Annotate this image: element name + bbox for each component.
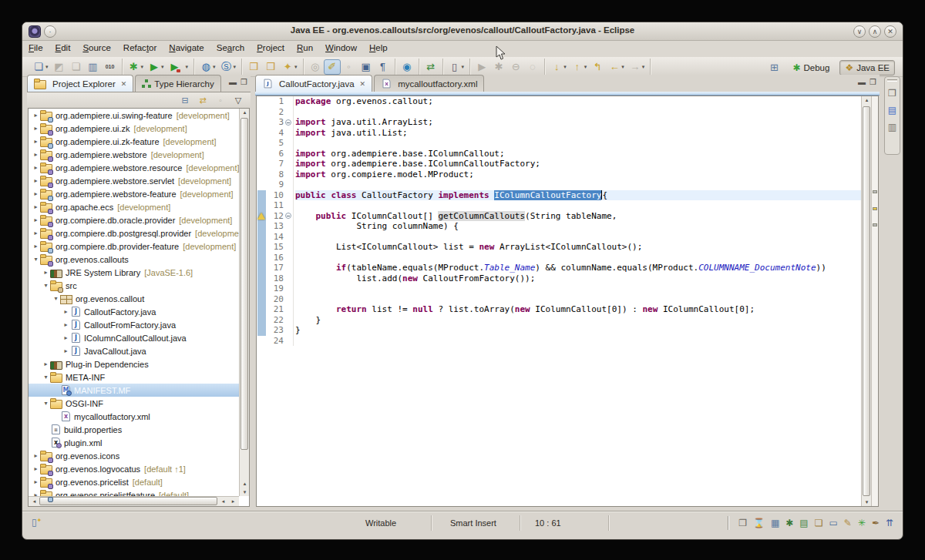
scroll-up-icon[interactable]: ▴	[240, 109, 250, 116]
tree-item-org-evenos-logvocatus[interactable]: ▸org.evenos.logvocatus[default ↑1]	[29, 462, 239, 475]
collapsed-arrow-icon[interactable]: ▸	[32, 190, 40, 197]
dropdown-arrow-icon[interactable]: ▾	[621, 64, 624, 70]
folding-column[interactable]	[284, 232, 294, 243]
folding-column[interactable]	[284, 336, 294, 347]
folding-column[interactable]	[284, 211, 294, 222]
collapsed-arrow-icon[interactable]: ▸	[62, 321, 70, 328]
collapsed-arrow-icon[interactable]: ▸	[32, 112, 40, 119]
tree-vertical-scrollbar[interactable]: ▴ ▴ ▾	[239, 109, 249, 496]
code-line-24[interactable]: 24	[267, 336, 861, 347]
code-line-6[interactable]: 6import org.adempiere.base.IColumnCallou…	[267, 149, 861, 159]
collapsed-arrow-icon[interactable]: ▸	[32, 203, 40, 210]
view-menu-button[interactable]: ▽	[232, 96, 244, 106]
restore-trim-icon[interactable]: ❐	[738, 515, 747, 531]
collapse-all-button[interactable]: ⊟	[179, 96, 191, 106]
code-line-23[interactable]: 23}	[267, 325, 861, 336]
open-perspective-button[interactable]: ⊞	[765, 60, 782, 75]
folding-column[interactable]	[284, 242, 294, 253]
new-wizard-button[interactable]: ❏▾	[30, 59, 51, 75]
code-line-15[interactable]: 15 List<IColumnCallout> list = new Array…	[267, 242, 861, 253]
collapsed-arrow-icon[interactable]: ▸	[32, 177, 40, 184]
dropdown-arrow-icon[interactable]: ▾	[584, 64, 587, 70]
tree-item-org-apache-ecs[interactable]: ▸org.apache.ecs[development]	[29, 200, 239, 213]
java-editor[interactable]: 1package org.evenos.callout;23import jav…	[256, 96, 879, 507]
folding-column[interactable]	[284, 149, 294, 159]
occurrence-overview-marker[interactable]	[873, 223, 877, 226]
dropdown-arrow-icon[interactable]: ▾	[294, 64, 298, 70]
minimize-editor-icon[interactable]: ▬	[858, 78, 866, 86]
collapsed-arrow-icon[interactable]: ▸	[32, 243, 40, 250]
scroll-right-icon[interactable]: ▸	[228, 498, 238, 505]
expanded-arrow-icon[interactable]: ▾	[42, 400, 50, 407]
arrows-up-icon[interactable]: ⇈	[886, 515, 893, 531]
filters-button[interactable]: ◦	[214, 96, 227, 105]
maximize-button[interactable]: ∧	[869, 25, 881, 38]
binary-build-button[interactable]: 010	[102, 59, 119, 75]
fold-collapse-icon[interactable]	[285, 119, 291, 126]
occurrence-overview-marker[interactable]	[873, 190, 877, 193]
console-view-button[interactable]: ▥	[888, 122, 896, 132]
dropdown-arrow-icon[interactable]: ▾	[234, 64, 237, 70]
perspective-java-ee[interactable]: ❖Java EE	[839, 60, 895, 75]
tree-item-src[interactable]: ▾src	[29, 279, 239, 292]
tree-item-org-adempiere-webstore-servlet[interactable]: ▸org.adempiere.webstore.servlet[developm…	[29, 174, 239, 187]
tree-item-calloutfactory-java[interactable]: ▸JCalloutFactory.java	[29, 305, 239, 318]
expanded-arrow-icon[interactable]: ▾	[42, 374, 50, 381]
folding-column[interactable]	[284, 263, 294, 273]
tree-item-org-adempiere-webstore-feature[interactable]: ▸org.adempiere.webstore-feature[developm…	[29, 187, 239, 200]
collapsed-arrow-icon[interactable]: ▸	[32, 151, 40, 158]
debug-button[interactable]: ✱▾	[126, 59, 146, 75]
folding-column[interactable]	[284, 273, 294, 284]
console-icon[interactable]: ▭	[829, 515, 837, 531]
back-button[interactable]: ←▾	[606, 59, 627, 75]
editor-tab-mycalloutfactory-xml[interactable]: xmycalloutfactory.xml	[374, 75, 484, 92]
tree-item-org-adempiere-ui-zk-feature[interactable]: ▸org.adempiere.ui.zk-feature[development…	[29, 135, 239, 148]
code-line-14[interactable]: 14	[267, 232, 861, 243]
synchronize-button[interactable]: ⇄	[422, 59, 439, 75]
collapsed-arrow-icon[interactable]: ▸	[62, 347, 70, 354]
show-whitespace-button[interactable]: ¶	[375, 59, 392, 75]
external-tools-button[interactable]: ▶▾	[166, 59, 191, 75]
code-line-17[interactable]: 17 if(tableName.equals(MProduct.Table_Na…	[267, 263, 861, 273]
folding-column[interactable]	[284, 190, 294, 201]
code-line-12[interactable]: 12 public IColumnCallout[] getColumnCall…	[267, 211, 861, 222]
collapsed-arrow-icon[interactable]: ▸	[42, 269, 50, 276]
ant-build-icon[interactable]: ✱	[785, 515, 793, 531]
tree-item-plugin-xml[interactable]: xplugin.xml	[29, 436, 239, 449]
tree-item-org-adempiere-ui-swing-feature[interactable]: ▸org.adempiere.ui.swing-feature[developm…	[29, 109, 239, 122]
code-line-4[interactable]: 4import java.util.List;	[267, 128, 861, 139]
element-menu-button[interactable]: ▯▾	[446, 59, 467, 75]
tree-item-calloutfromfactory-java[interactable]: ▸JCalloutFromFactory.java	[29, 318, 239, 331]
overview-ruler[interactable]	[871, 96, 878, 506]
code-line-22[interactable]: 22 }	[267, 315, 861, 326]
drag-handle[interactable]	[728, 516, 729, 530]
tree-item-org-compiere-db-postgresql-provider[interactable]: ▸org.compiere.db.postgresql.provider[dev…	[29, 226, 239, 240]
minimize-view-icon[interactable]: ▬	[229, 78, 237, 86]
collapsed-arrow-icon[interactable]: ▸	[32, 216, 40, 223]
close-tab-icon[interactable]: ✕	[121, 80, 127, 88]
tree-item-meta-inf[interactable]: ▾META-INF	[29, 371, 239, 384]
tree-item-icolumncalloutcallout-java[interactable]: ▸JIColumnCalloutCallout.java	[29, 331, 239, 344]
menu-refactor[interactable]: Refactor	[117, 41, 163, 57]
expanded-arrow-icon[interactable]: ▾	[42, 282, 50, 289]
fold-collapse-icon[interactable]	[285, 213, 291, 219]
web-service-button[interactable]: Ⓢ▾	[218, 59, 239, 75]
project-tree[interactable]: ▸org.adempiere.ui.swing-feature[developm…	[28, 108, 250, 507]
clipboard-icon[interactable]: ❏	[815, 515, 823, 531]
outline-view-button[interactable]: ▤	[888, 105, 896, 116]
dropdown-arrow-icon[interactable]: ▾	[161, 64, 164, 70]
last-edit-location-button[interactable]: ↰	[589, 59, 606, 75]
tree-item-osgi-inf[interactable]: ▾OSGI-INF	[29, 397, 239, 410]
menu-help[interactable]: Help	[363, 41, 394, 57]
title-bar[interactable]: · Java EE - org.evenos.callouts/src/org/…	[22, 22, 903, 41]
collapsed-arrow-icon[interactable]: ▸	[32, 478, 40, 485]
tree-item-org-adempiere-webstore[interactable]: ▸org.adempiere.webstore[development]	[29, 148, 239, 161]
tree-item-org-compiere-db-provider-feature[interactable]: ▸org.compiere.db.provider-feature[develo…	[29, 240, 239, 253]
menu-project[interactable]: Project	[251, 41, 291, 57]
tree-item-org-evenos-pricelist[interactable]: ▸org.evenos.pricelist[default]	[29, 475, 239, 488]
previous-annotation-button[interactable]: ↑▾	[569, 59, 590, 75]
import-folder-button[interactable]: ❒	[245, 59, 262, 75]
folding-column[interactable]	[284, 107, 294, 118]
hourglass-icon[interactable]: ⌛	[753, 515, 765, 531]
next-annotation-button[interactable]: ↓▾	[548, 59, 569, 75]
